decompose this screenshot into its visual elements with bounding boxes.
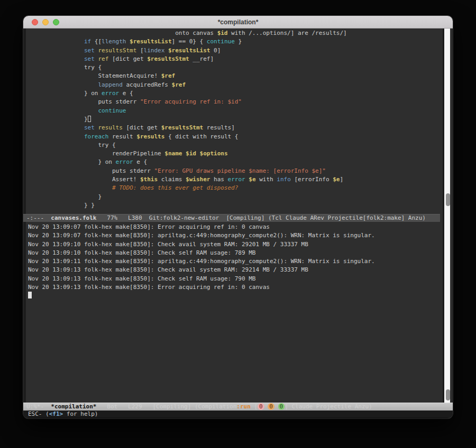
text-segment-v: $name xyxy=(164,150,182,157)
code-line: try { xyxy=(28,141,440,150)
text-segment-p: result xyxy=(108,133,136,140)
code-line: } xyxy=(28,193,440,201)
text-segment-p xyxy=(28,38,84,45)
text-segment-v: $id xyxy=(217,30,228,36)
text-segment-p: results] xyxy=(203,124,235,131)
log-line: Nov 20 13:09:11 folk-hex make[8350]: apr… xyxy=(28,257,440,266)
source-code-buffer[interactable]: onto canvas $id with /...options/] are /… xyxy=(23,29,440,214)
log-line: Nov 20 13:09:07 folk-hex make[8350]: Err… xyxy=(28,223,440,231)
code-line: } xyxy=(28,115,440,124)
text-segment-p: onto canvas xyxy=(28,30,217,36)
text-segment-p: e { xyxy=(119,90,133,97)
text-segment-p: acquiredRefs xyxy=(123,81,172,88)
text-segment-v: $id xyxy=(186,150,196,157)
text-segment-p: Nov 20 13:09:13 folk-hex make[8350]: Err… xyxy=(28,284,270,291)
text-segment-c: error xyxy=(102,90,119,97)
text-segment-p: Nov 20 13:09:07 folk-hex make[8350]: Err… xyxy=(28,223,270,230)
text-segment-p: claims xyxy=(158,176,186,183)
text-segment-p: 0] xyxy=(210,47,221,54)
text-segment-p: [ xyxy=(251,403,258,410)
text-segment-c: error xyxy=(116,158,133,165)
code-line: puts stderr "Error acquiring ref in: $id… xyxy=(28,98,440,106)
window-titlebar[interactable]: *compilation* xyxy=(23,16,453,29)
text-segment-b: llength xyxy=(102,38,126,45)
text-segment-p: __ref] xyxy=(189,55,214,62)
text-segment-y: results xyxy=(98,124,122,131)
text-segment-p xyxy=(28,124,84,131)
text-segment-curh xyxy=(88,116,91,122)
text-segment-p: try { xyxy=(28,142,116,148)
text-segment-p: [dict get xyxy=(123,124,161,131)
log-line: Nov 20 13:09:10 folk-hex make[8350]: Che… xyxy=(28,249,440,257)
modeline-compilation-buffer: U:%*- *compilation* Bot L229 [Compiling]… xyxy=(23,403,453,410)
text-segment-p xyxy=(28,47,84,54)
window-title: *compilation* xyxy=(218,18,259,26)
text-segment-p: } xyxy=(28,193,102,200)
code-line: StatementAcquire! $ref xyxy=(28,72,440,80)
text-segment-b: lappend xyxy=(98,81,122,88)
text-segment-p: Nov 20 13:09:13 folk-hex make[8350]: Che… xyxy=(28,266,308,273)
code-line: } } xyxy=(28,201,440,210)
text-segment-p: Bot L229 [Compiling] (Compilation xyxy=(96,403,236,410)
text-segment-c: error xyxy=(228,176,245,183)
scrollbar-thumb-bottom-window[interactable] xyxy=(446,389,450,400)
text-segment-p: has xyxy=(210,176,227,183)
text-segment-p: puts stderr xyxy=(28,167,154,174)
scrollbar-thumb-top-window[interactable] xyxy=(446,193,450,206)
text-segment-p: -:--- xyxy=(26,214,51,221)
text-segment-curb xyxy=(28,292,32,298)
code-line: # TODO: does this ever get disposed? xyxy=(28,184,440,192)
code-line: onto canvas $id with /...options/] are /… xyxy=(28,29,440,38)
echo-area: ESC- (<f1> for help) xyxy=(23,410,453,418)
text-segment-m: # TODO: does this ever get disposed? xyxy=(28,184,238,191)
text-segment-p: with /...options/] are /results/] xyxy=(228,30,347,36)
text-segment-p: {[ xyxy=(91,38,102,45)
text-segment-p: Nov 20 13:09:13 folk-hex make[8350]: Che… xyxy=(28,275,255,282)
code-line: try { xyxy=(28,63,440,72)
text-segment-p xyxy=(196,150,200,157)
code-line: set resultsStmt [lindex $resultsList 0] xyxy=(28,46,440,55)
scrollbar-track[interactable] xyxy=(443,29,450,403)
text-segment-v: $e xyxy=(333,176,340,183)
code-line: lappend acquiredRefs $ref xyxy=(28,81,440,89)
text-segment-v: $ref xyxy=(161,72,176,79)
text-segment-v: $resultsStmt xyxy=(161,124,203,131)
text-segment-p: } on xyxy=(28,158,116,165)
compilation-log-buffer[interactable]: Nov 20 13:09:07 folk-hex make[8350]: Err… xyxy=(23,222,440,403)
text-segment-k: set xyxy=(84,55,95,62)
log-line: Nov 20 13:09:13 folk-hex make[8350]: Che… xyxy=(28,266,440,274)
text-segment-p: e { xyxy=(133,158,148,165)
text-segment-p: [ xyxy=(136,47,143,54)
code-line: } on error e { xyxy=(28,89,440,98)
minimize-button[interactable] xyxy=(42,19,49,25)
text-segment-p: with xyxy=(256,176,277,183)
text-segment-y: ref xyxy=(98,55,108,62)
text-segment-s: "Error acquiring ref in: $id" xyxy=(140,98,242,105)
code-line: puts stderr "Error: GPU draws pipeline $… xyxy=(28,167,440,175)
text-segment-p: Assert! xyxy=(28,176,140,183)
code-line: renderPipeline $name $id $options xyxy=(28,150,440,158)
text-segment-key: <f1> xyxy=(49,410,63,417)
text-segment-ok: 0 xyxy=(278,403,285,410)
text-segment-p: { dict with result { xyxy=(164,133,238,140)
text-segment-v: $results xyxy=(136,133,164,140)
close-button[interactable] xyxy=(32,19,38,25)
text-segment-p: U:%*- xyxy=(26,403,51,410)
text-segment-bold: *compilation* xyxy=(51,403,96,410)
text-segment-v: $wisher xyxy=(186,176,210,183)
text-segment-v: $resultsList xyxy=(130,38,171,45)
text-segment-p: } xyxy=(235,38,242,45)
text-segment-p xyxy=(164,47,168,54)
text-segment-v: $this xyxy=(140,176,158,183)
text-segment-p: Nov 20 13:09:07 folk-hex make[8350]: apr… xyxy=(28,232,375,239)
text-segment-v: $resultsList xyxy=(168,47,210,54)
text-segment-c: continue xyxy=(207,38,235,45)
text-segment-k: set xyxy=(84,47,95,54)
text-segment-p: renderPipeline xyxy=(28,150,164,157)
text-segment-s: "Error: GPU draws pipeline $name: [error… xyxy=(154,167,326,174)
text-segment-c: continue xyxy=(98,107,126,114)
zoom-button[interactable] xyxy=(53,19,59,25)
text-segment-v: $e xyxy=(249,176,255,183)
modeline-source-buffer: -:--- canvases.folk 77% L380 Git:folk2-n… xyxy=(23,214,440,222)
text-segment-err: 0 xyxy=(258,403,264,410)
